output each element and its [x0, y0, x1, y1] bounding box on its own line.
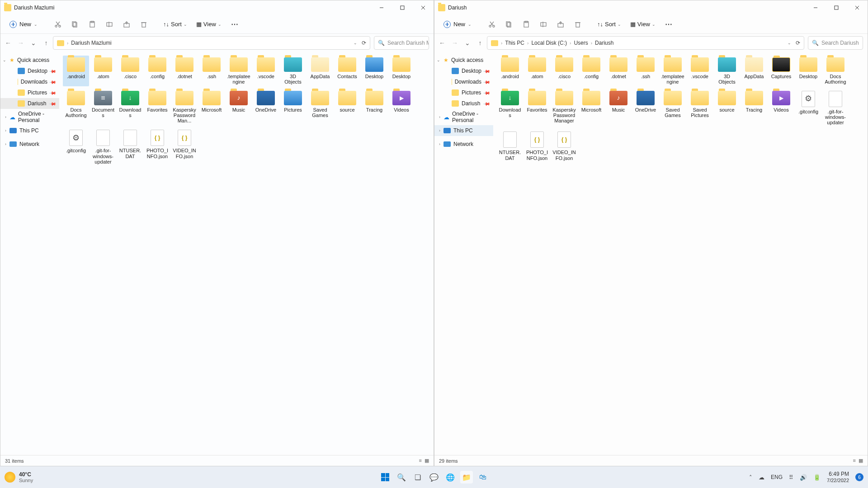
file-item[interactable]: Kaspersky Password Manager	[551, 89, 577, 127]
search-button[interactable]: 🔍	[395, 471, 408, 483]
file-item[interactable]: Microsoft	[198, 89, 225, 125]
more-button[interactable]: ⋯	[227, 18, 242, 31]
file-item[interactable]: .atom	[524, 56, 550, 86]
paste-button[interactable]	[519, 18, 534, 31]
view-button[interactable]: ▦ View ⌄	[193, 19, 225, 29]
file-item[interactable]: Saved Games	[660, 89, 686, 127]
back-button[interactable]: ←	[439, 39, 445, 47]
breadcrumb[interactable]: › Dariush Mazlumi ⌄ ⟳	[53, 36, 370, 50]
forward-button[interactable]: →	[18, 39, 24, 47]
file-item[interactable]: OneDrive	[632, 89, 659, 127]
cut-button[interactable]	[484, 18, 500, 31]
file-item[interactable]: Kaspersky Password Man...	[171, 89, 198, 125]
file-item[interactable]: .atom	[90, 56, 116, 86]
file-grid[interactable]: .android .atom .cisco .config .dotnet .s…	[493, 52, 868, 455]
file-item[interactable]: .android	[497, 56, 523, 86]
sort-button[interactable]: ↑↓ Sort ⌄	[160, 19, 191, 29]
file-item[interactable]: NTUSER.DAT	[497, 130, 523, 162]
share-button[interactable]	[553, 18, 568, 31]
rename-button[interactable]	[102, 18, 117, 31]
file-item[interactable]: source	[714, 89, 740, 127]
chat-button[interactable]: 💬	[428, 471, 440, 483]
sidebar-this-pc[interactable]: › This PC	[434, 125, 493, 136]
sort-button[interactable]: ↑↓ Sort ⌄	[594, 19, 625, 29]
share-button[interactable]	[119, 18, 134, 31]
file-item[interactable]: .gitconfig	[795, 89, 821, 127]
new-button[interactable]: New ⌄	[439, 19, 476, 30]
breadcrumb-segment[interactable]: Local Disk (C:)	[531, 40, 567, 46]
sidebar-onedrive[interactable]: › ☁ OneDrive - Personal	[434, 112, 493, 122]
file-item[interactable]: Tracing	[361, 89, 387, 125]
chevron-down-icon[interactable]: ⌄	[354, 41, 357, 45]
chevron-right-icon[interactable]: ›	[5, 128, 6, 133]
chevron-right-icon[interactable]: ›	[439, 128, 440, 133]
up-button[interactable]: ↑	[43, 39, 49, 47]
recent-dropdown[interactable]: ⌄	[464, 39, 471, 47]
battery-icon[interactable]: 🔋	[813, 474, 821, 481]
sidebar-network[interactable]: › Network	[0, 139, 59, 150]
new-button[interactable]: New ⌄	[5, 19, 42, 30]
file-item[interactable]: .vscode	[253, 56, 279, 86]
minimize-button[interactable]	[371, 0, 392, 15]
close-button[interactable]	[413, 0, 434, 15]
file-item[interactable]: Desktop	[361, 56, 387, 86]
sidebar-onedrive[interactable]: › ☁ OneDrive - Personal	[0, 112, 59, 122]
sidebar-item[interactable]: Pictures 📌	[0, 87, 59, 98]
thumbnails-view-button[interactable]: ▦	[859, 458, 863, 464]
file-item[interactable]: .cisco	[117, 56, 143, 86]
sidebar-quick-access[interactable]: ⌄ ★ Quick access	[0, 55, 59, 66]
breadcrumb-segment[interactable]: Dariush Mazlumi	[71, 40, 111, 46]
back-button[interactable]: ←	[5, 39, 11, 47]
file-item[interactable]: AppData	[307, 56, 333, 86]
refresh-button[interactable]: ⟳	[796, 40, 800, 46]
sidebar-item[interactable]: Downloads 📌	[434, 76, 493, 87]
view-button[interactable]: ▦ View ⌄	[627, 19, 659, 29]
clock[interactable]: 6:49 PM 7/22/2022	[827, 471, 849, 483]
store-button[interactable]: 🛍	[476, 471, 489, 483]
sidebar-item[interactable]: Desktop 📌	[434, 66, 493, 76]
chevron-down-icon[interactable]: ⌄	[2, 58, 7, 62]
delete-button[interactable]	[136, 18, 151, 31]
edge-button[interactable]: 🌐	[444, 471, 457, 483]
file-item[interactable]: .android	[63, 56, 89, 86]
file-item[interactable]: source	[334, 89, 360, 125]
file-item[interactable]: .cisco	[551, 56, 577, 86]
rename-button[interactable]	[536, 18, 551, 31]
chevron-right-icon[interactable]: ›	[439, 142, 440, 146]
file-item[interactable]: OneDrive	[253, 89, 279, 125]
file-item[interactable]: PHOTO_INFO.json	[524, 130, 550, 162]
weather-widget[interactable]: 40°C Sunny	[5, 471, 33, 483]
minimize-button[interactable]	[805, 0, 826, 15]
sidebar-this-pc[interactable]: › This PC	[0, 125, 59, 136]
file-item[interactable]: .gitconfig	[63, 128, 89, 166]
file-item[interactable]: .dotnet	[605, 56, 632, 86]
cut-button[interactable]	[50, 18, 66, 31]
file-item[interactable]: Music	[605, 89, 632, 127]
sidebar-item[interactable]: Dariush 📌	[0, 98, 59, 109]
file-explorer-button[interactable]: 📁	[460, 471, 473, 483]
sidebar-item[interactable]: Downloads 📌	[0, 76, 59, 87]
file-item[interactable]: Microsoft	[578, 89, 604, 127]
recent-dropdown[interactable]: ⌄	[30, 39, 37, 47]
sidebar-network[interactable]: › Network	[434, 139, 493, 150]
file-item[interactable]: PHOTO_INFO.json	[144, 128, 170, 166]
maximize-button[interactable]	[392, 0, 413, 15]
breadcrumb-segment[interactable]: This PC	[505, 40, 524, 46]
file-item[interactable]: Desktop	[795, 56, 821, 86]
copy-button[interactable]	[501, 18, 517, 31]
file-item[interactable]: Saved Games	[307, 89, 333, 125]
details-view-button[interactable]: ≡	[853, 458, 856, 464]
file-item[interactable]: Videos	[388, 89, 415, 125]
file-item[interactable]: Saved Pictures	[687, 89, 713, 127]
file-item[interactable]: NTUSER.DAT	[117, 128, 143, 166]
file-item[interactable]: Music	[226, 89, 252, 125]
search-input[interactable]: 🔍 Search Dariush M...	[374, 36, 429, 50]
copy-button[interactable]	[67, 18, 83, 31]
file-item[interactable]: .git-for-windows-updater	[822, 89, 849, 127]
refresh-button[interactable]: ⟳	[362, 40, 366, 46]
file-item[interactable]: .config	[144, 56, 170, 86]
maximize-button[interactable]	[826, 0, 847, 15]
language-indicator[interactable]: ENG	[771, 474, 783, 480]
file-item[interactable]: .ssh	[198, 56, 225, 86]
close-button[interactable]	[847, 0, 868, 15]
